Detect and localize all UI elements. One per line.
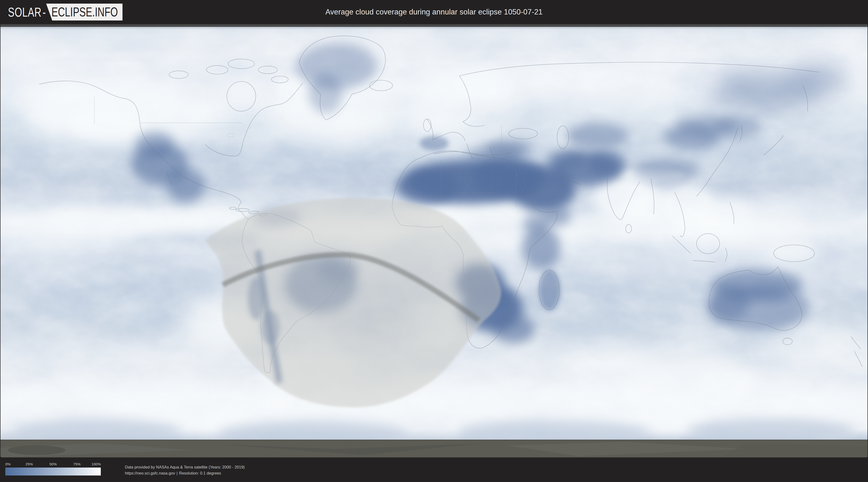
legend-ticks: 0% 25% 50% 75% 100% bbox=[5, 462, 101, 466]
legend-tick-50: 50% bbox=[50, 462, 57, 466]
world-map-svg bbox=[0, 24, 868, 457]
cloud-coverage-map bbox=[0, 24, 868, 457]
attribution-line2: https://neo.sci.gsfc.nasa.gov|Resolution… bbox=[125, 470, 245, 476]
site-logo[interactable]: SOLAR-ECLIPSE.INFO bbox=[8, 4, 123, 21]
legend-tick-25: 25% bbox=[26, 462, 33, 466]
legend-gradient-bar bbox=[5, 468, 101, 476]
cloud-coverage-legend: 0% 25% 50% 75% 100% bbox=[5, 457, 101, 482]
page-title: Average cloud coverage during annular so… bbox=[325, 8, 542, 17]
attribution-resolution: Resolution: 0.1 degrees bbox=[179, 471, 221, 475]
attribution-separator: | bbox=[177, 471, 178, 475]
attribution-url: https://neo.sci.gsfc.nasa.gov bbox=[125, 471, 175, 475]
legend-tick-100: 100% bbox=[92, 462, 101, 466]
logo-text-eclipse-info: ECLIPSE.INFO bbox=[46, 4, 123, 21]
header: SOLAR-ECLIPSE.INFO Average cloud coverag… bbox=[0, 0, 868, 24]
logo-text-solar: SOLAR bbox=[8, 5, 41, 20]
legend-tick-75: 75% bbox=[73, 462, 81, 466]
data-attribution: Data provided by NASAs Aqua & Terra sate… bbox=[125, 464, 245, 476]
logo-separator: - bbox=[43, 5, 46, 20]
attribution-line1: Data provided by NASAs Aqua & Terra sate… bbox=[125, 464, 245, 470]
legend-tick-0: 0% bbox=[5, 462, 10, 466]
footer: 0% 25% 50% 75% 100% Data provided by NAS… bbox=[0, 457, 868, 482]
page: SOLAR-ECLIPSE.INFO Average cloud coverag… bbox=[0, 0, 868, 482]
